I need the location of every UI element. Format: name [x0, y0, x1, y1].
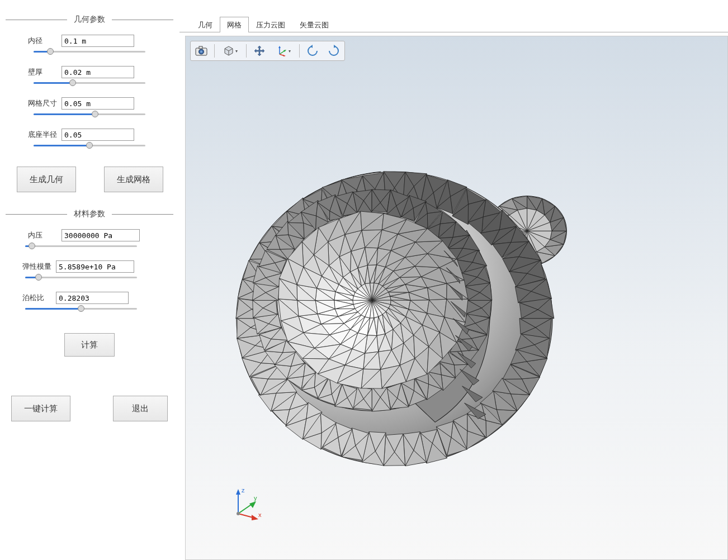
- tabs: 几何 网格 压力云图 矢量云图: [179, 0, 728, 32]
- mesh-size-label: 网格尺寸: [28, 98, 62, 108]
- one-click-compute-button[interactable]: 一键计算: [11, 396, 70, 421]
- bottom-buttons: 一键计算 退出: [11, 396, 168, 421]
- param-wall-thickness: 壁厚: [28, 66, 173, 78]
- base-radius-label: 底座半径: [28, 130, 62, 140]
- elastic-modulus-slider[interactable]: [25, 274, 137, 282]
- geometry-section-title: 几何参数: [67, 15, 112, 25]
- axis-gizmo: z y x: [230, 487, 264, 520]
- viewer-3d[interactable]: ▾ ▾: [185, 36, 728, 560]
- svg-marker-655: [236, 489, 240, 495]
- param-elastic-modulus: 弹性模量: [22, 260, 173, 273]
- param-mesh-size: 网格尺寸: [28, 97, 173, 110]
- generate-geometry-button[interactable]: 生成几何: [17, 167, 76, 192]
- base-radius-input[interactable]: [62, 129, 134, 141]
- tab-geometry[interactable]: 几何: [191, 17, 220, 32]
- geometry-buttons: 生成几何 生成网格: [17, 167, 173, 192]
- poisson-ratio-slider[interactable]: [25, 305, 137, 313]
- svg-point-660: [237, 512, 240, 515]
- param-base-radius: 底座半径: [28, 129, 173, 141]
- poisson-ratio-label: 泊松比: [22, 293, 56, 303]
- tab-vector-contour[interactable]: 矢量云图: [292, 17, 336, 32]
- axis-y-label: y: [254, 495, 257, 501]
- pressure-input[interactable]: [62, 229, 140, 241]
- tab-mesh[interactable]: 网格: [220, 17, 249, 32]
- pressure-label: 内压: [28, 230, 62, 240]
- material-section-title: 材料参数: [67, 209, 112, 219]
- sidebar: 几何参数 内径 壁厚 网格尺寸 底座半径 生成几何 生成网格 材料参数 内压: [0, 0, 179, 560]
- base-radius-slider[interactable]: [34, 142, 145, 150]
- wall-thickness-label: 壁厚: [28, 67, 62, 77]
- svg-marker-657: [249, 501, 256, 508]
- axis-z-label: z: [242, 487, 245, 493]
- pressure-slider[interactable]: [25, 243, 137, 250]
- param-inner-radius: 内径: [28, 35, 173, 47]
- exit-button[interactable]: 退出: [113, 396, 168, 421]
- axis-x-label: x: [258, 511, 262, 518]
- wall-thickness-slider[interactable]: [34, 79, 145, 87]
- svg-marker-659: [252, 515, 258, 520]
- param-pressure: 内压: [28, 229, 173, 241]
- geometry-section-header: 几何参数: [6, 15, 173, 25]
- compute-row: 计算: [6, 333, 173, 357]
- mesh-size-slider[interactable]: [34, 111, 145, 118]
- material-section-header: 材料参数: [6, 209, 173, 219]
- param-poisson-ratio: 泊松比: [22, 292, 173, 304]
- inner-radius-label: 内径: [28, 36, 62, 46]
- wall-thickness-input[interactable]: [62, 66, 134, 78]
- mesh-size-input[interactable]: [62, 97, 134, 110]
- poisson-ratio-input[interactable]: [56, 292, 129, 304]
- main-area: 几何 网格 压力云图 矢量云图 ▾: [179, 0, 728, 560]
- elastic-modulus-input[interactable]: [56, 260, 134, 273]
- mesh-model: [186, 36, 727, 556]
- tab-pressure-contour[interactable]: 压力云图: [249, 17, 292, 32]
- compute-button[interactable]: 计算: [64, 333, 115, 357]
- elastic-modulus-label: 弹性模量: [22, 262, 56, 272]
- inner-radius-input[interactable]: [62, 35, 134, 47]
- generate-mesh-button[interactable]: 生成网格: [104, 167, 163, 192]
- inner-radius-slider[interactable]: [34, 48, 145, 56]
